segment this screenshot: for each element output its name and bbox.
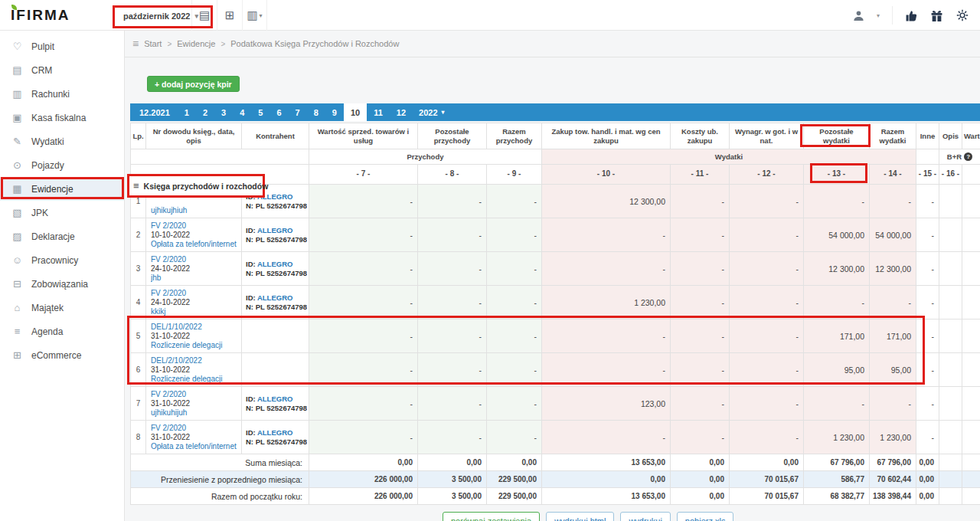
doc-desc-link[interactable]: ujhikuhijuh bbox=[151, 408, 240, 418]
print-html-button[interactable]: wydrukuj html bbox=[546, 512, 614, 521]
row-kontrahent: ID: ALLEGRON: PL 5252674798 bbox=[242, 286, 309, 319]
doc-number-link[interactable]: FV 2/2020 bbox=[151, 390, 240, 399]
doc-number-link[interactable]: FV 2/2020 bbox=[151, 255, 240, 264]
sidebar-item-ecommerce[interactable]: ⊞eCommerce bbox=[0, 343, 124, 367]
doc-desc-link[interactable]: Opłata za telefon/internet bbox=[151, 442, 240, 451]
kontrahent-link[interactable]: ALLEGRO bbox=[257, 293, 292, 302]
cell-c15: - bbox=[916, 387, 939, 421]
row-doc: FV 2/202031-10-2022Opłata za telefon/int… bbox=[146, 421, 242, 454]
col-header-c13: Pozostałe wydatki bbox=[804, 123, 870, 149]
sum-c9: 229 500,00 bbox=[487, 488, 542, 505]
row-lp: 3 bbox=[131, 252, 146, 286]
ifirma-logo[interactable]: IFIRMA bbox=[11, 7, 70, 24]
colnum-15: - 15 - bbox=[916, 165, 939, 185]
reports-icon[interactable]: ▥▾ bbox=[242, 0, 267, 31]
doc-desc-link[interactable]: Rozliczenie delegacji bbox=[151, 375, 240, 384]
sum-c17 bbox=[962, 488, 980, 505]
cell-c11: - bbox=[671, 218, 730, 252]
sidebar-item-pulpit[interactable]: ♡Pulpit bbox=[0, 34, 124, 58]
doc-date bbox=[151, 197, 240, 206]
month-nav-prev-year[interactable]: 12.2021 bbox=[138, 103, 178, 121]
cell-c15: - bbox=[916, 286, 939, 319]
year-dropdown[interactable]: 2022▾ bbox=[413, 103, 451, 121]
row-lp: 4 bbox=[131, 286, 146, 319]
drag-handle-icon: ≡ bbox=[133, 180, 139, 192]
gift-icon[interactable] bbox=[930, 9, 943, 22]
sum-c11: 0,00 bbox=[671, 488, 730, 505]
sidebar-item-zobowiazania[interactable]: ⊟Zobowiązania bbox=[0, 272, 124, 296]
breadcrumb-ewidencje[interactable]: Ewidencje bbox=[177, 39, 215, 48]
sum-c14: 70 602,44 bbox=[870, 471, 916, 488]
user-icon[interactable] bbox=[853, 10, 864, 21]
doc-desc-link[interactable]: jhb bbox=[151, 274, 240, 283]
sidebar-item-rachunki[interactable]: ▥Rachunki bbox=[0, 82, 124, 106]
help-icon[interactable]: ? bbox=[964, 152, 972, 161]
doc-number-link[interactable]: FV 2/2020 bbox=[151, 289, 240, 298]
row-lp: 5 bbox=[131, 319, 146, 353]
sum-c9: 0,00 bbox=[487, 454, 542, 471]
doc-number-link[interactable]: DEL/1/10/2022 bbox=[151, 323, 240, 332]
summary-row-month: Suma miesiąca: 0,00 0,00 0,00 13 653,00 … bbox=[131, 454, 980, 471]
cell-c7: - bbox=[309, 353, 418, 387]
kpir-menu-tooltip[interactable]: ≡ Księga przychodów i rozchodów bbox=[127, 174, 265, 198]
table-row: 4 FV 2/202024-10-2022kkikj ID: ALLEGRON:… bbox=[131, 286, 980, 319]
agenda-icon: ≡ bbox=[11, 326, 23, 337]
new-invoice-icon[interactable]: ⊞ bbox=[217, 0, 242, 31]
sidebar-item-crm[interactable]: ▤CRM bbox=[0, 58, 124, 82]
doc-number-link[interactable]: DEL/2/10/2022 bbox=[151, 356, 240, 365]
download-xls-button[interactable]: pobierz xls bbox=[677, 512, 734, 521]
cell-c16 bbox=[939, 421, 962, 454]
sum-c8: 3 500,00 bbox=[418, 488, 487, 505]
kontrahent-id-label: ID: bbox=[246, 428, 257, 437]
month-nav-6[interactable]: 6 bbox=[270, 103, 288, 121]
gear-icon[interactable] bbox=[956, 8, 969, 22]
month-nav-5[interactable]: 5 bbox=[251, 103, 270, 121]
sidebar-item-label: Wydatki bbox=[31, 136, 64, 147]
doc-desc-link[interactable]: Opłata za telefon/internet bbox=[151, 240, 240, 249]
sidebar-item-jpk[interactable]: ▧JPK bbox=[0, 201, 124, 224]
sidebar-item-deklaracje[interactable]: ▨Deklaracje bbox=[0, 224, 124, 248]
month-nav-8[interactable]: 8 bbox=[307, 103, 325, 121]
kontrahent-nip bbox=[246, 370, 307, 379]
kontrahent-link[interactable]: ALLEGRO bbox=[257, 226, 292, 234]
cell-c12: - bbox=[730, 421, 804, 454]
doc-desc-link[interactable]: kkikj bbox=[151, 307, 240, 316]
month-nav-3[interactable]: 3 bbox=[214, 103, 233, 121]
sidebar-item-ewidencje[interactable]: ▦Ewidencje bbox=[0, 177, 124, 201]
add-kpir-entry-button[interactable]: + dodaj pozycję kpir bbox=[147, 76, 240, 92]
month-nav-12[interactable]: 12 bbox=[390, 103, 413, 121]
doc-date: 31-10-2022 bbox=[151, 332, 240, 341]
doc-number-link[interactable]: FV 2/2020 bbox=[151, 424, 240, 433]
month-nav-11[interactable]: 11 bbox=[367, 103, 390, 121]
doc-number-link[interactable]: FV 2/2020 bbox=[151, 221, 240, 231]
receipt-icon[interactable]: ▤ bbox=[191, 0, 217, 31]
month-nav-7[interactable]: 7 bbox=[289, 103, 307, 121]
cell-c15: - bbox=[916, 353, 939, 387]
compare-statements-button[interactable]: porównaj zestawienia bbox=[443, 512, 540, 521]
month-nav-4[interactable]: 4 bbox=[233, 103, 251, 121]
month-nav-2[interactable]: 2 bbox=[196, 103, 214, 121]
user-menu-caret-icon[interactable]: ▾ bbox=[877, 12, 880, 19]
row-kontrahent bbox=[242, 353, 309, 387]
month-nav-9[interactable]: 9 bbox=[325, 103, 344, 121]
sidebar-item-agenda[interactable]: ≡Agenda bbox=[0, 319, 124, 343]
sum-c10: 0,00 bbox=[542, 471, 671, 488]
sidebar-item-majatek[interactable]: ⌂Majątek bbox=[0, 296, 124, 319]
thumbs-up-icon[interactable] bbox=[905, 9, 918, 22]
kontrahent-link[interactable]: ALLEGRO bbox=[257, 260, 292, 268]
menu-toggle-icon[interactable]: ≡ bbox=[132, 38, 139, 50]
kontrahent-link[interactable]: ALLEGRO bbox=[257, 395, 292, 403]
sidebar-item-wydatki[interactable]: ✎Wydatki bbox=[0, 129, 124, 153]
colnum-8: - 8 - bbox=[418, 165, 487, 185]
sidebar-item-kasa-fiskalna[interactable]: ▣Kasa fiskalna bbox=[0, 106, 124, 129]
breadcrumb-start[interactable]: Start bbox=[144, 39, 162, 48]
sidebar-item-pojazdy[interactable]: ⊙Pojazdy bbox=[0, 153, 124, 177]
print-button[interactable]: wydrukuj bbox=[620, 512, 670, 521]
doc-desc-link[interactable]: Rozliczenie delegacji bbox=[151, 341, 240, 350]
month-nav-10-selected[interactable]: 10 bbox=[344, 103, 367, 121]
sum-c7: 0,00 bbox=[309, 454, 418, 471]
doc-desc-link[interactable]: ujhikujhiuh bbox=[151, 206, 240, 215]
month-nav-1[interactable]: 1 bbox=[178, 103, 196, 121]
sidebar-item-pracownicy[interactable]: ☺Pracownicy bbox=[0, 248, 124, 272]
kontrahent-link[interactable]: ALLEGRO bbox=[257, 428, 292, 437]
